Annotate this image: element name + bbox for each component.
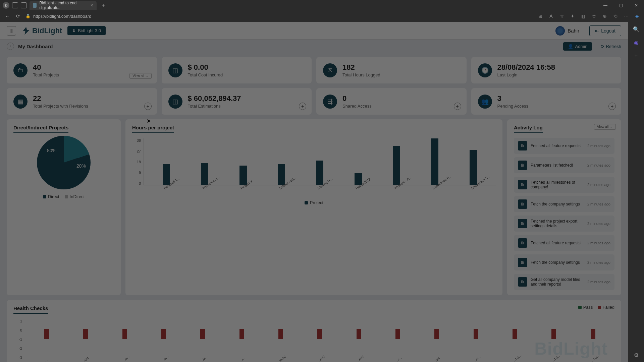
health-bar (200, 329, 205, 339)
activity-time: 2 minutes ago (587, 260, 610, 264)
stat-label: Total Hours Logged (342, 72, 380, 77)
legend-direct: Direct (43, 194, 59, 199)
back-button[interactable]: ← (4, 13, 11, 19)
health-bar (317, 329, 322, 339)
refresh-icon: ⟳ (601, 44, 604, 49)
logo[interactable]: BidLight (21, 26, 62, 36)
more-icon[interactable]: ⋯ (623, 13, 629, 19)
url-text: https://bidlight.com/dashboard (33, 14, 91, 19)
health-bar-wrap (474, 319, 478, 359)
folder-icon: 🗀 (13, 63, 28, 77)
settings-sidebar-icon[interactable]: ⚙ (633, 351, 640, 359)
activity-item[interactable]: 🗎 Fetch the company settings 2 minutes a… (514, 254, 614, 270)
user-menu[interactable]: Bahir (555, 26, 579, 36)
activity-item[interactable]: 🗎 Fetched all feature requests! 2 minute… (514, 138, 614, 154)
health-bar (278, 329, 283, 339)
health-bar-wrap (278, 319, 283, 359)
stat-value: 3 (497, 94, 529, 103)
activity-view-all-button[interactable]: View all → (594, 124, 616, 130)
stat-card: ▦ 22 Total Projects with Revisions + (7, 88, 157, 115)
health-title: Health Checks (13, 305, 48, 314)
close-tab-icon[interactable]: × (91, 3, 93, 8)
maximize-button[interactable]: ▢ (613, 0, 629, 11)
health-bar-wrap (161, 319, 166, 359)
add-button[interactable]: + (454, 103, 461, 110)
health-bar-wrap (122, 319, 127, 359)
health-bar-wrap (591, 319, 595, 359)
search-sidebar-icon[interactable]: 🔍 (633, 25, 640, 33)
split-icon[interactable]: ▥ (580, 13, 586, 19)
minimize-button[interactable]: — (598, 0, 613, 11)
stat-card: ◫ $ 60,052,894.37 Total Estimations + (162, 88, 312, 115)
workspace-icon[interactable] (12, 2, 18, 8)
stat-value: $ 60,052,894.37 (188, 94, 241, 103)
activity-item[interactable]: 🗎 Fetched the project export settings de… (514, 216, 614, 232)
wallet-icon: ◫ (168, 95, 182, 109)
health-bar (551, 329, 556, 339)
sync-icon[interactable]: ⟲ (612, 13, 619, 19)
bar (393, 146, 400, 185)
stat-value: 28/08/2024 16:58 (497, 63, 555, 72)
health-bar-wrap (434, 319, 439, 359)
browser-tab[interactable]: BidLight - end to end digitalizati... × (30, 1, 97, 10)
activity-item[interactable]: 🗎 Parameters list fetched! 2 minutes ago (514, 157, 614, 173)
copilot-icon[interactable]: ◈ (634, 13, 640, 19)
health-bar (434, 329, 439, 339)
health-bar (44, 329, 49, 339)
logout-icon: ⇤ (595, 28, 599, 34)
new-tab-button[interactable]: + (99, 1, 107, 9)
back-arrow-button[interactable]: ‹ (7, 43, 14, 50)
logo-icon (21, 26, 31, 36)
text-size-icon[interactable]: A (548, 13, 554, 19)
health-bar (239, 329, 244, 339)
admin-button[interactable]: 👤 Admin (563, 42, 592, 51)
logo-text: BidLight (32, 26, 62, 35)
add-sidebar-icon[interactable]: + (633, 52, 640, 60)
close-window-button[interactable]: ✕ (629, 0, 644, 11)
stat-card: 🕐 28/08/2024 16:58 Last Login (471, 57, 622, 83)
sidebar-toggle-button[interactable]: ▮ (7, 26, 16, 36)
pie-label-indirect: 20% (76, 163, 86, 169)
activity-item[interactable]: 🗎 Fetched all feature requests! 2 minute… (514, 235, 614, 251)
refresh-button[interactable]: ⟳ Refresh (601, 44, 621, 49)
address-bar[interactable]: 🔒 https://bidlight.com/dashboard (25, 14, 533, 19)
activity-text: Fetched the project export settings deta… (531, 219, 584, 228)
activity-text: Parameters list fetched! (531, 163, 584, 168)
health-bar (357, 329, 361, 339)
extension-icon[interactable]: ✦ (570, 13, 576, 19)
health-bar-wrap (44, 319, 49, 359)
download-bidlight-button[interactable]: ⬇ BidLight 3.0 (67, 26, 106, 35)
logout-button[interactable]: ⇤ Logout (589, 25, 621, 36)
collections-icon[interactable]: ⊕ (602, 13, 608, 19)
activity-time: 2 minutes ago (587, 202, 610, 206)
app-icon[interactable]: ⊞ (537, 13, 543, 19)
bar-title: Hours per project (132, 125, 174, 133)
stat-label: Total Estimations (188, 104, 241, 109)
download-label: BidLight 3.0 (78, 28, 101, 33)
favorite-icon[interactable]: ☆ (559, 13, 565, 19)
reload-button[interactable]: ⟳ (15, 13, 21, 19)
stat-card: ⇶ 0 Shared Access + (316, 88, 467, 115)
add-button[interactable]: + (608, 103, 616, 110)
view-all-button[interactable]: View all → (129, 73, 151, 79)
activity-item[interactable]: 🗎 Fetched all milestones of company! 2 m… (514, 177, 614, 193)
activity-item[interactable]: 🗎 Get all company model files and their … (514, 274, 614, 290)
add-button[interactable]: + (299, 103, 306, 110)
pie-title: Direct/Indirect Projects (13, 125, 68, 133)
add-button[interactable]: + (144, 103, 152, 110)
activity-text: Fetch the company settings (531, 260, 584, 265)
stat-value: $ 0.00 (188, 63, 223, 72)
activity-time: 2 minutes ago (587, 183, 610, 187)
activity-time: 2 minutes ago (587, 241, 610, 245)
activity-time: 2 minutes ago (587, 163, 610, 167)
activity-icon: 🗎 (518, 219, 527, 228)
stat-value: 0 (342, 94, 372, 103)
profile-avatar-icon[interactable]: ◐ (3, 2, 9, 9)
legend-failed: Failed (598, 305, 614, 310)
tab-overview-icon[interactable] (21, 2, 27, 8)
bar (201, 163, 208, 185)
health-bar (395, 329, 400, 339)
chat-sidebar-icon[interactable]: ◉ (633, 39, 640, 46)
favorites-bar-icon[interactable]: ✩ (591, 13, 597, 19)
activity-item[interactable]: 🗎 Fetch the company settings 2 minutes a… (514, 196, 614, 212)
